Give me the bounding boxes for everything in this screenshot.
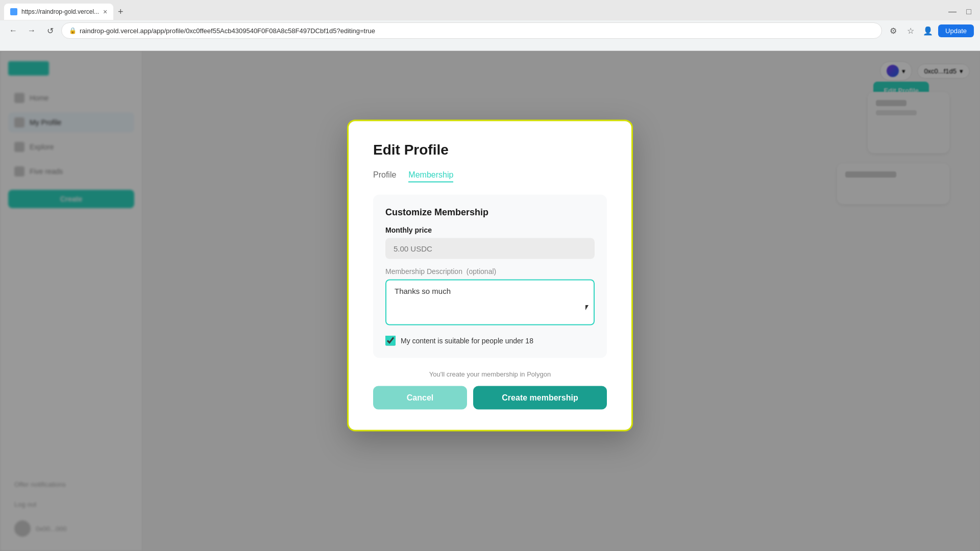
price-label: Monthly price (385, 226, 595, 234)
browser-chrome: https://raindrop-gold.vercel... × + — □ … (0, 0, 980, 51)
desc-label: Membership Description (optional) (385, 267, 595, 276)
browser-actions: ⚙ ☆ 👤 Update (886, 23, 974, 38)
address-bar: ← → ↺ 🔒 raindrop-gold.vercel.app/app/pro… (0, 20, 980, 41)
minimize-button[interactable]: — (945, 5, 960, 19)
forward-button[interactable]: → (24, 23, 39, 38)
checkbox-row: My content is suitable for people under … (385, 336, 595, 346)
tab-title: https://raindrop-gold.vercel... (21, 8, 99, 15)
membership-card-title: Customize Membership (385, 207, 595, 218)
cancel-button[interactable]: Cancel (373, 386, 467, 410)
age-checkbox[interactable] (385, 336, 396, 346)
desc-optional: (optional) (467, 267, 496, 276)
membership-card: Customize Membership Monthly price Membe… (373, 195, 607, 358)
tab-close-button[interactable]: × (103, 8, 107, 16)
back-button[interactable]: ← (6, 23, 20, 38)
polygon-note: You'll create your membership in Polygon (373, 370, 607, 378)
profile-icon[interactable]: 👤 (921, 23, 935, 38)
update-button[interactable]: Update (938, 24, 974, 37)
desc-label-text: Membership Description (385, 267, 462, 276)
create-membership-button[interactable]: Create membership (473, 386, 607, 410)
edit-profile-dialog: Edit Profile Profile Membership Customiz… (347, 120, 633, 432)
expand-button[interactable]: □ (962, 5, 976, 19)
dialog-title: Edit Profile (373, 142, 607, 158)
extensions-icon[interactable]: ⚙ (886, 23, 900, 38)
dialog-footer: You'll create your membership in Polygon… (373, 370, 607, 410)
new-tab-button[interactable]: + (113, 5, 128, 19)
dialog-tabs: Profile Membership (373, 170, 607, 183)
dialog-buttons: Cancel Create membership (373, 386, 607, 410)
description-textarea[interactable]: Thanks so much (385, 280, 595, 325)
lock-icon: 🔒 (69, 27, 77, 34)
refresh-button[interactable]: ↺ (43, 23, 57, 38)
price-input[interactable] (385, 238, 595, 259)
bookmark-icon[interactable]: ☆ (903, 23, 918, 38)
tab-profile[interactable]: Profile (373, 170, 396, 183)
active-tab[interactable]: https://raindrop-gold.vercel... × (4, 4, 113, 20)
checkbox-label: My content is suitable for people under … (401, 337, 533, 345)
tab-favicon (10, 8, 17, 15)
tab-membership[interactable]: Membership (408, 170, 453, 183)
tab-bar: https://raindrop-gold.vercel... × + — □ (0, 0, 980, 20)
url-input[interactable]: 🔒 raindrop-gold.vercel.app/app/profile/0… (61, 22, 882, 39)
url-text: raindrop-gold.vercel.app/app/profile/0xc… (80, 27, 375, 35)
